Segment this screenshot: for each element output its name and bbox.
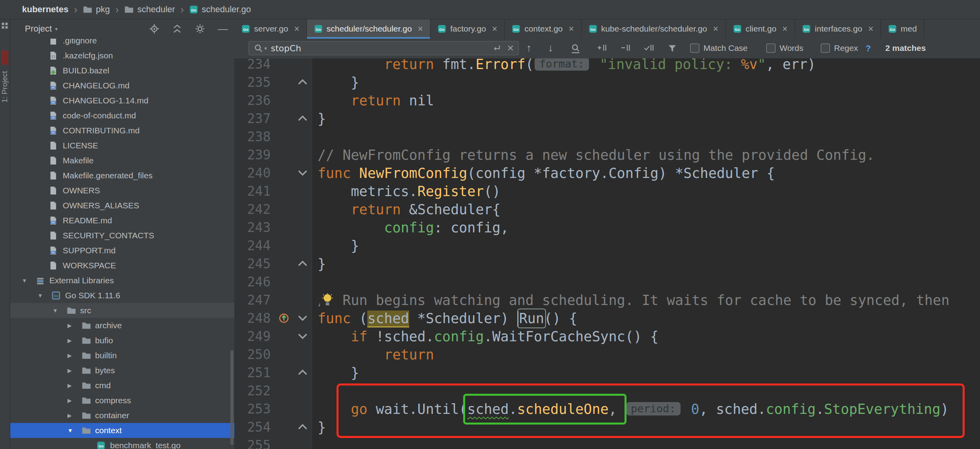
tool-strip-grid-icon[interactable]: [1, 22, 8, 29]
tree-item-kazelcfg-json[interactable]: {}.kazelcfg.json: [10, 48, 234, 63]
tab-kube-scheduler-scheduler-go[interactable]: Gokube-scheduler/scheduler.go×: [582, 19, 726, 39]
project-view-selector[interactable]: Project ▾: [25, 24, 58, 34]
tab-scheduler-scheduler-go[interactable]: Goscheduler/scheduler.go×: [307, 19, 430, 39]
fold-up-icon[interactable]: [297, 260, 308, 267]
tree-item-contributing-md[interactable]: MDCONTRIBUTING.md: [10, 123, 234, 138]
chevron-collapsed-icon[interactable]: ▶: [67, 382, 82, 389]
close-tab-icon[interactable]: ×: [418, 24, 423, 34]
code-line-237[interactable]: 237}: [234, 110, 980, 128]
tree-item-build-bazel[interactable]: BUILD.bazel: [10, 63, 234, 78]
breadcrumb-item-scheduler-go[interactable]: Goscheduler.go: [189, 4, 251, 15]
code-line-241[interactable]: 241 metrics.Register(): [234, 182, 980, 200]
code-line-236[interactable]: 236 return nil: [234, 92, 980, 110]
gear-icon[interactable]: [195, 24, 205, 34]
match-case-checkbox[interactable]: Match Case: [690, 43, 748, 53]
close-tab-icon[interactable]: ×: [713, 24, 718, 34]
tree-item-context[interactable]: ▼context: [10, 423, 234, 438]
fold-up-icon[interactable]: [297, 79, 308, 85]
code-line-235[interactable]: 235 }: [234, 73, 980, 92]
code-line-239[interactable]: 239// NewFromConfig returns a new schedu…: [234, 146, 980, 164]
find-all-icon[interactable]: [570, 43, 581, 54]
tab-factory-go[interactable]: Gofactory.go×: [430, 19, 505, 39]
chevron-collapsed-icon[interactable]: ▶: [67, 367, 82, 374]
chevron-collapsed-icon[interactable]: ▶: [67, 322, 82, 329]
code-line-240[interactable]: 240func NewFromConfig(config *factory.Co…: [234, 164, 980, 182]
tree-item-support-md[interactable]: MDSUPPORT.md: [10, 243, 234, 258]
tab-interfaces-go[interactable]: Gointerfaces.go×: [795, 19, 881, 39]
tree-item-owners-aliases[interactable]: OWNERS_ALIASES: [10, 198, 234, 213]
intention-bulb-icon[interactable]: [320, 293, 335, 307]
code-line-244[interactable]: 244 }: [234, 237, 980, 255]
breadcrumb-item-kubernetes[interactable]: kubernetes: [22, 4, 68, 15]
code-line-251[interactable]: 251 }: [234, 364, 980, 382]
regex-checkbox[interactable]: Regex: [821, 43, 858, 53]
override-marker-icon[interactable]: [279, 313, 289, 324]
fold-down-icon[interactable]: [297, 170, 308, 176]
code-line-246[interactable]: 246: [234, 273, 980, 291]
project-tool-button[interactable]: 1: Project: [0, 71, 9, 103]
code-line-254[interactable]: 254}: [234, 418, 980, 436]
collapse-icon[interactable]: [172, 24, 182, 34]
code-line-248[interactable]: 248func (sched *Scheduler) Run() {: [234, 309, 980, 327]
search-history-chevron-icon[interactable]: ▾: [264, 45, 267, 51]
chevron-expanded-icon[interactable]: ▼: [67, 427, 82, 434]
close-tab-icon[interactable]: ×: [782, 24, 787, 34]
tab-client-go[interactable]: Goclient.go×: [726, 19, 795, 39]
code-line-238[interactable]: 238: [234, 128, 980, 146]
tab-context-go[interactable]: Gocontext.go×: [505, 19, 581, 39]
code-editor[interactable]: 234 return fmt.Errorf(format: "invalid p…: [234, 58, 980, 449]
code-line-253[interactable]: 253 go wait.Until(sched.scheduleOne, per…: [234, 400, 980, 418]
tree-item-src[interactable]: ▼src: [10, 303, 234, 318]
tree-scrollbar[interactable]: [230, 350, 234, 445]
tree-item-benchmark-test-go[interactable]: Gobenchmark_test.go: [10, 438, 234, 449]
code-line-247[interactable]: 247// Run begins watching and scheduling…: [234, 291, 980, 309]
tree-item-readme-md[interactable]: MDREADME.md: [10, 213, 234, 228]
select-all-occurrences-icon[interactable]: [643, 43, 655, 52]
fold-down-icon[interactable]: [297, 315, 308, 321]
code-line-250[interactable]: 250 return: [234, 346, 980, 364]
chevron-expanded-icon[interactable]: ▼: [37, 292, 52, 299]
help-icon[interactable]: ?: [866, 43, 871, 54]
tree-item-makefile-generated-files[interactable]: Makefile.generated_files: [10, 168, 234, 183]
tree-item-makefile[interactable]: Makefile: [10, 153, 234, 168]
fold-up-icon[interactable]: [297, 115, 308, 122]
fold-up-icon[interactable]: [297, 424, 308, 430]
chevron-collapsed-icon[interactable]: ▶: [67, 412, 82, 419]
words-checkbox[interactable]: Words: [766, 43, 803, 53]
breadcrumb-item-pkg[interactable]: pkg: [83, 4, 110, 15]
tree-item-changelog-md[interactable]: MDCHANGELOG.md: [10, 78, 234, 93]
next-occurrence-button[interactable]: ↓: [548, 42, 553, 54]
code-line-252[interactable]: 252: [234, 382, 980, 400]
tree-item-bytes[interactable]: ▶bytes: [10, 363, 234, 378]
tree-item-security-contacts[interactable]: SECURITY_CONTACTS: [10, 228, 234, 243]
breadcrumb-item-scheduler[interactable]: scheduler: [124, 4, 175, 15]
chevron-expanded-icon[interactable]: ▼: [52, 307, 67, 314]
close-tab-icon[interactable]: ×: [492, 24, 497, 34]
chevron-collapsed-icon[interactable]: ▶: [67, 337, 82, 344]
search-input[interactable]: ▾ stopCh ×: [249, 41, 519, 55]
tree-item-compress[interactable]: ▶compress: [10, 393, 234, 408]
tab-med[interactable]: Gomed: [881, 19, 924, 39]
locate-icon[interactable]: [149, 24, 159, 34]
tree-item-code-of-conduct-md[interactable]: MDcode-of-conduct.md: [10, 108, 234, 123]
code-line-255[interactable]: 255: [234, 436, 980, 449]
code-line-243[interactable]: 243 config: config,: [234, 219, 980, 237]
tree-item-cmd[interactable]: ▶cmd: [10, 378, 234, 393]
tree-item-external-libraries[interactable]: ▼External Libraries: [10, 273, 234, 288]
code-line-249[interactable]: 249 if !sched.config.WaitForCacheSync() …: [234, 327, 980, 346]
tree-item-builtin[interactable]: ▶builtin: [10, 348, 234, 363]
tree-item-bufio[interactable]: ▶bufio: [10, 333, 234, 348]
chevron-expanded-icon[interactable]: ▼: [22, 277, 36, 284]
newline-icon[interactable]: [492, 44, 501, 52]
clear-search-icon[interactable]: ×: [507, 44, 514, 52]
tree-item-license[interactable]: LICENSE: [10, 138, 234, 153]
add-occurrence-icon[interactable]: [595, 43, 607, 52]
tree-item-workspace[interactable]: WORKSPACE: [10, 258, 234, 273]
fold-down-icon[interactable]: [297, 333, 308, 339]
tree-item-archive[interactable]: ▶archive: [10, 318, 234, 333]
close-tab-icon[interactable]: ×: [569, 24, 574, 34]
tree-item-go-sdk-1-11-6[interactable]: ▼GoGo SDK 1.11.6: [10, 288, 234, 303]
code-line-245[interactable]: 245}: [234, 255, 980, 273]
tree-item-container[interactable]: ▶container: [10, 408, 234, 423]
chevron-collapsed-icon[interactable]: ▶: [67, 352, 82, 359]
